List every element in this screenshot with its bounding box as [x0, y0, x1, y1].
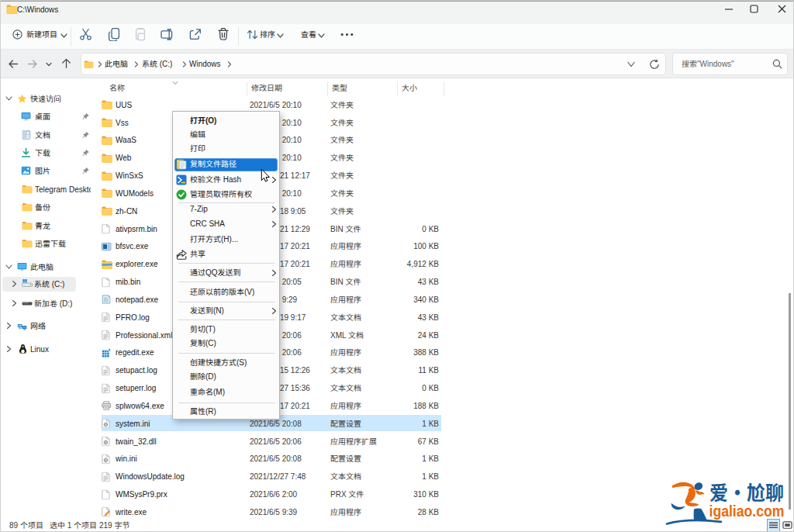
svg-text:爱·尬聊: 爱·尬聊: [709, 477, 784, 506]
svg-text:igaliao.com: igaliao.com: [709, 503, 785, 520]
